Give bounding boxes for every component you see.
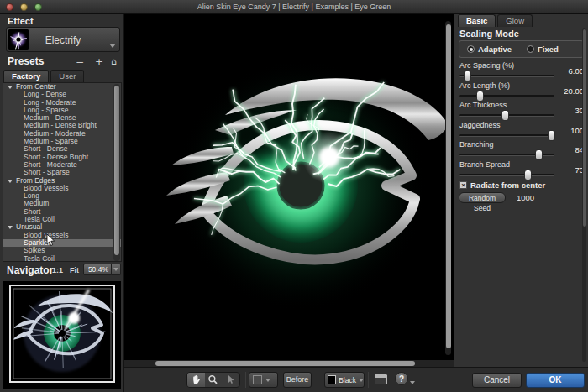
- canvas-horizontal-scroll-thumb[interactable]: [155, 361, 415, 366]
- help-dropdown-icon[interactable]: [410, 381, 415, 384]
- radio-circle-icon: [467, 45, 475, 53]
- tab-basic[interactable]: Basic: [458, 14, 496, 27]
- radio-fixed[interactable]: Fixed: [527, 44, 559, 54]
- preset-tree: From CenterLong - DenseLong - ModerateLo…: [3, 82, 122, 262]
- home-icon[interactable]: ⌂: [111, 57, 117, 67]
- slider-arc-length: Arc Length (%)20.00: [459, 81, 584, 101]
- eye-candy-window: Alien Skin Eye Candy 7 | Electrify | Exa…: [0, 0, 588, 392]
- dialog-footer: Cancel OK: [454, 367, 588, 392]
- slider-track[interactable]: [459, 75, 554, 77]
- view-swatch-icon: [253, 375, 262, 384]
- arrow-tool-button[interactable]: [222, 373, 239, 387]
- fit-button[interactable]: Fit: [70, 266, 79, 274]
- slider-thumb[interactable]: [535, 149, 543, 160]
- effect-heading: Effect: [8, 16, 34, 26]
- random-seed-button[interactable]: Random Seed: [459, 192, 506, 203]
- preset-item-long[interactable]: Long: [3, 192, 121, 200]
- preset-item-blood-vessels[interactable]: Blood Vessels: [3, 232, 121, 239]
- settings-window-icon[interactable]: [375, 374, 387, 384]
- slider-thumb[interactable]: [464, 71, 471, 81]
- slider-label: Jaggedness: [459, 121, 501, 129]
- canvas-horizontal-scrollbar[interactable]: [124, 360, 454, 367]
- magnifier-icon: [207, 374, 218, 385]
- zoom-tool-button[interactable]: [205, 373, 223, 387]
- slider-track[interactable]: [459, 95, 554, 97]
- radio-adaptive[interactable]: Adaptive: [467, 44, 512, 54]
- radio-fixed-label: Fixed: [538, 44, 559, 54]
- settings-panel: Basic Glow Scaling Mode Adaptive Fixed A…: [454, 14, 588, 367]
- before-button[interactable]: Before: [283, 372, 312, 388]
- settings-scrollbar[interactable]: [582, 28, 586, 362]
- slider-label: Arc Length (%): [459, 81, 510, 90]
- preset-tabs: Factory User: [3, 70, 86, 82]
- slider-thumb[interactable]: [548, 130, 555, 141]
- cancel-button[interactable]: Cancel: [472, 373, 522, 388]
- slider-thumb[interactable]: [501, 110, 509, 121]
- collapse-triangle-icon[interactable]: [8, 86, 13, 89]
- radiate-from-center-checkbox[interactable]: × Radiate from center: [459, 180, 545, 190]
- title-bar[interactable]: Alien Skin Eye Candy 7 | Electrify | Exa…: [0, 0, 588, 14]
- preset-item-short[interactable]: Short: [3, 208, 121, 216]
- preset-item-sparkler[interactable]: Sparkler: [3, 239, 121, 247]
- zoom-level-select[interactable]: 50.4%: [83, 264, 112, 275]
- slider-track[interactable]: [459, 114, 554, 117]
- view-swatch-dropdown-icon: [265, 379, 270, 382]
- hand-tool-button[interactable]: [187, 373, 205, 387]
- canvas-vertical-scrollbar[interactable]: [445, 21, 451, 355]
- background-color-button[interactable]: Black: [324, 372, 365, 388]
- radio-circle-icon: [527, 45, 534, 53]
- collapse-triangle-icon[interactable]: [8, 226, 13, 229]
- preset-list-scrollbar[interactable]: [113, 84, 120, 261]
- preset-item-tesla-coil[interactable]: Tesla Coil: [3, 255, 121, 262]
- view-mode-swatch-button[interactable]: [249, 372, 278, 388]
- scaling-mode-group: Adaptive Fixed: [459, 40, 584, 58]
- toolbar-separator: [245, 372, 246, 388]
- toolbar-separator: [318, 372, 318, 388]
- hand-icon: [191, 374, 202, 385]
- effect-name-label: Electrify: [7, 34, 119, 46]
- window-title: Alien Skin Eye Candy 7 | Electrify | Exa…: [0, 3, 588, 11]
- left-panel: Effect Electrify Presets − + ⌂ Factory U…: [0, 14, 124, 392]
- settings-tabs: Basic Glow: [458, 14, 534, 27]
- add-preset-button[interactable]: +: [95, 57, 103, 67]
- slider-thumb[interactable]: [524, 170, 532, 180]
- settings-scroll-thumb[interactable]: [583, 29, 586, 227]
- background-color-label: Black: [339, 376, 356, 384]
- random-seed-value: 1000: [517, 193, 534, 202]
- tab-glow[interactable]: Glow: [497, 14, 533, 27]
- slider-arc-spacing: Arc Spacing (%)6.00: [459, 61, 584, 81]
- effect-dropdown-icon: [109, 44, 116, 48]
- navigator-preview[interactable]: [3, 281, 121, 389]
- slider-label: Branch Spread: [459, 160, 510, 169]
- sliders-container: Arc Spacing (%)6.00Arc Length (%)20.00Ar…: [459, 61, 584, 180]
- cursor-icon: [226, 374, 235, 385]
- radiate-label: Radiate from center: [470, 180, 545, 190]
- slider-label: Branching: [459, 140, 494, 149]
- mouse-cursor-icon: [46, 233, 55, 247]
- preview-canvas[interactable]: [124, 14, 454, 367]
- help-button[interactable]: ?: [395, 372, 408, 385]
- slider-branch-spread: Branch Spread73: [459, 160, 584, 180]
- tab-user[interactable]: User: [50, 70, 84, 82]
- tab-factory[interactable]: Factory: [3, 70, 49, 82]
- presets-heading: Presets: [8, 55, 44, 67]
- preset-item-medium[interactable]: Medium: [3, 200, 121, 207]
- ok-button[interactable]: OK: [526, 373, 585, 388]
- slider-label: Arc Spacing (%): [459, 61, 514, 70]
- slider-thumb[interactable]: [476, 91, 484, 102]
- actual-size-button[interactable]: 1:1: [52, 266, 63, 274]
- slider-track[interactable]: [459, 154, 554, 156]
- remove-preset-button[interactable]: −: [76, 57, 84, 67]
- effect-selector-button[interactable]: Electrify: [6, 27, 120, 52]
- canvas-vertical-scroll-thumb[interactable]: [446, 24, 451, 348]
- slider-track[interactable]: [459, 174, 554, 176]
- toolbar-separator: [368, 372, 369, 388]
- slider-track[interactable]: [459, 134, 554, 137]
- preset-item-blood-vessels[interactable]: Blood Vessels: [3, 185, 121, 192]
- zoom-dropdown-icon[interactable]: [112, 264, 121, 275]
- preset-list-scroll-thumb[interactable]: [114, 86, 119, 255]
- scaling-mode-heading: Scaling Mode: [459, 29, 519, 39]
- preset-item-spikes[interactable]: Spikes: [3, 247, 121, 254]
- collapse-triangle-icon[interactable]: [8, 180, 13, 183]
- slider-branching: Branching84: [459, 140, 584, 159]
